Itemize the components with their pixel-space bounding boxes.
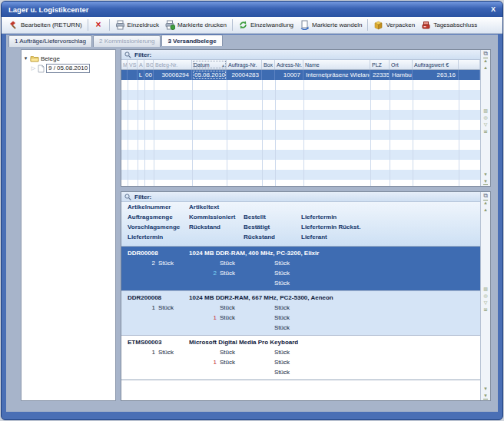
unit-label: Stück (158, 260, 174, 267)
artikelnummer: DDR200008 (121, 294, 183, 301)
toolbar: Bearbeiten (RETURN) × Einzeldruck Markie… (2, 17, 502, 34)
verpacken-button[interactable]: Verpacken (370, 18, 418, 31)
scroll-last-icon[interactable]: ▼ (483, 393, 488, 399)
scroll-first-icon[interactable]: ▲ (483, 58, 488, 64)
orders-filter-row[interactable]: Filter: (121, 50, 480, 60)
search-icon[interactable]: ◎ (483, 293, 487, 299)
column-header-adress-nr[interactable]: Adress-Nr. (275, 60, 303, 69)
markierte-drucken-button[interactable]: Markierte drucken (162, 18, 230, 31)
columns-icon[interactable]: ▥ (483, 287, 488, 292)
column-header-name[interactable]: Name (303, 60, 370, 69)
scroll-up-icon[interactable]: ▲ (483, 65, 488, 71)
search-icon[interactable]: ◎ (483, 115, 487, 121)
column-header-m[interactable]: M (121, 60, 128, 69)
tree-item-document[interactable]: ▷ 9 / 05.08.2010 (23, 64, 114, 73)
delete-red-x-icon: × (94, 20, 104, 30)
empty-rows-area[interactable] (121, 80, 480, 186)
einzeldruck-button[interactable]: Einzeldruck (112, 18, 162, 31)
app-window: Lager u. Logistikcenter X Bearbeiten (RE… (1, 1, 503, 420)
column-header-plz[interactable]: PLZ (370, 60, 390, 69)
toolbar-separator (88, 19, 88, 31)
cell-box (262, 70, 275, 80)
caret-closed-icon[interactable]: ▷ (31, 65, 36, 71)
einzelwandlung-button[interactable]: Einzelwandlung (235, 18, 297, 31)
markierte-wandeln-button[interactable]: Markierte wandeln (297, 18, 365, 31)
column-header-box[interactable]: Box (262, 60, 275, 69)
column-header-beleg-nr[interactable]: Beleg-Nr. (154, 60, 192, 69)
scroll-last-icon[interactable]: ▼ (483, 179, 488, 185)
scroll-down-icon[interactable]: ▼ (483, 386, 488, 392)
convert-arrows-icon (238, 20, 248, 30)
column-header-auftrags-nr[interactable]: Auftrags-Nr. (227, 60, 262, 69)
filter-icon[interactable]: ▽ (484, 300, 488, 306)
column-header-a[interactable]: A (138, 60, 144, 69)
artikeltext: 1024 MB DDR-RAM, 400 MHz, PC-3200, Elixi… (183, 250, 480, 257)
caret-open-icon[interactable]: ▾ (23, 55, 28, 61)
header-vorschlagsmenge: Vorschlagsmenge (121, 224, 183, 234)
header-auftragsmenge: Auftragsmenge (121, 214, 183, 224)
tree-item-belege[interactable]: ▾ Belege (23, 54, 114, 63)
header-liefertermin: Liefertermin (295, 214, 480, 224)
scroll-down-icon[interactable]: ▼ (483, 172, 488, 177)
cell-bg: 00 (144, 70, 154, 80)
filter-label: Filter: (134, 51, 151, 58)
cell-m (121, 70, 128, 80)
cell-auftrags-nr: 20004283 (227, 70, 262, 80)
tagesabschluss-button[interactable]: Tagesabschluss (418, 18, 480, 31)
header-artikelnummer: Artikelnummer (121, 204, 183, 214)
documents-tree-panel: ▾ Belege ▷ 9 / 05.08.2010 (21, 49, 116, 401)
positions-panel: Filter: Artikelnummer Artikeltext Auftra… (121, 191, 491, 401)
columns-icon[interactable]: ▥ (483, 108, 488, 114)
rueckstand-value: 1 (189, 359, 217, 366)
toolbar-separator (109, 19, 110, 31)
tab-auftraege-liefervorschlag[interactable]: 1 Aufträge/Liefervorschlag (8, 35, 92, 47)
copy-view-icon[interactable]: ⧉ (483, 51, 488, 56)
positions-header: Artikelnummer Artikeltext Auftragsmenge … (121, 202, 480, 247)
table-row-selected[interactable]: L 00 30006294 05.08.2010 20004283 10007 … (121, 70, 480, 80)
window-title: Lager u. Logistikcenter (8, 5, 89, 14)
cell-a: L (138, 70, 144, 80)
artikelnummer: DDR00008 (121, 250, 183, 257)
positions-empty-area (121, 380, 480, 400)
column-header-ort[interactable]: Ort (390, 60, 413, 69)
orders-header-row: M VS A BG Beleg-Nr. Datum ▴ Auftrags-Nr.… (121, 60, 480, 70)
grid-icon[interactable]: ⊞ (483, 307, 487, 313)
tab-kommissionierung[interactable]: 2 Kommissionierung (93, 35, 161, 47)
header-artikeltext: Artikeltext (183, 204, 480, 214)
scroll-first-icon[interactable]: ▲ (483, 200, 488, 206)
scroll-up-icon[interactable]: ▲ (483, 207, 488, 213)
column-header-auftragswert[interactable]: Auftragswert € (413, 60, 459, 69)
header-kommissioniert: Kommissioniert (183, 214, 237, 224)
header-liefertermin2: Liefertermin (121, 234, 183, 244)
tree-item-label: Belege (41, 55, 60, 62)
positions-filter-row[interactable]: Filter: (121, 192, 480, 202)
orders-table-panel: Filter: M VS A BG Beleg-Nr. Datum ▴ Auft… (121, 49, 491, 187)
column-header-filler (459, 60, 480, 69)
position-item-ddr00008[interactable]: DDR00008 1024 MB DDR-RAM, 400 MHz, PC-32… (121, 247, 480, 290)
tab-versandbelege[interactable]: 3 Versandbelege (161, 35, 222, 46)
close-icon[interactable]: X (491, 5, 496, 13)
title-bar[interactable]: Lager u. Logistikcenter X (2, 2, 502, 17)
column-header-datum[interactable]: Datum ▴ (192, 60, 227, 69)
copy-view-icon[interactable]: ⧉ (483, 193, 488, 198)
header-lieferant: Lieferant (295, 234, 480, 244)
column-header-vs[interactable]: VS (128, 60, 138, 69)
unit-label: Stück (158, 349, 174, 356)
cell-adress-nr: 10007 (275, 70, 303, 80)
bearbeiten-button[interactable]: Bearbeiten (RETURN) (5, 18, 85, 31)
position-item-ddr200008[interactable]: DDR200008 1024 MB DDR2-RAM, 667 MHz, PC2… (121, 290, 480, 335)
cell-vs (128, 70, 138, 80)
sort-ascending-icon: ▴ (222, 62, 224, 68)
filter-icon[interactable]: ▽ (484, 122, 488, 128)
header-rueckstand: Rückstand (183, 224, 237, 234)
column-header-bg[interactable]: BG (144, 60, 154, 69)
cell-ort: Hamburg (390, 70, 413, 80)
grid-icon[interactable]: ⊞ (483, 129, 487, 134)
unit-label: Stück (158, 304, 174, 311)
document-icon (38, 65, 45, 73)
rueckstand-value: 2 (189, 270, 217, 277)
delete-button[interactable]: × (91, 18, 107, 31)
rueckstand-value: 1 (189, 314, 217, 321)
tab-strip: 1 Aufträge/Liefervorschlag 2 Kommissioni… (8, 35, 223, 47)
position-item-etms00003[interactable]: ETMS00003 Microsoft Digital Media Pro Ke… (121, 335, 480, 380)
